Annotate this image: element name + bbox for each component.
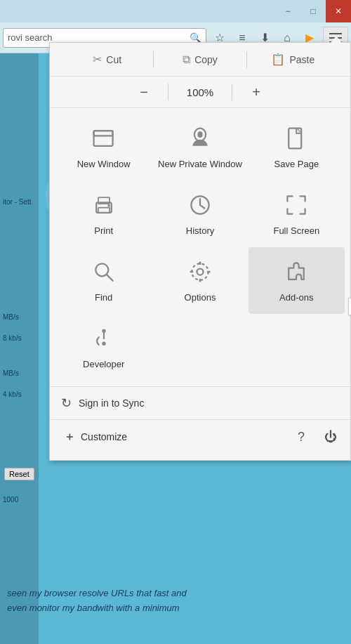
maximize-button[interactable]: □	[300, 0, 326, 22]
zoom-row: − 100% +	[50, 77, 350, 108]
svg-point-12	[107, 204, 110, 207]
options-item[interactable]: Options	[152, 247, 248, 314]
reset-button[interactable]: Reset	[4, 468, 34, 480]
new-private-window-label: New Private Window	[158, 159, 242, 171]
svg-point-22	[102, 341, 105, 345]
svg-point-16	[197, 268, 203, 275]
dropdown-arrow	[331, 36, 342, 43]
developer-icon	[89, 324, 119, 353]
new-window-icon	[89, 124, 119, 153]
print-item[interactable]: Print	[55, 180, 152, 247]
sign-in-label: Sign in to Sync	[79, 397, 144, 409]
customize-button[interactable]: ＋ Customize	[58, 426, 283, 449]
edit-row: ✂ Cut ⧉ Copy 📋 Paste	[50, 43, 350, 77]
menu-grid: New Window New Private Window	[50, 108, 350, 314]
sidebar-label-1: itor - Sett	[3, 198, 32, 206]
dropdown-menu: ✂ Cut ⧉ Copy 📋 Paste − 100% +	[49, 42, 351, 461]
zoom-out-button[interactable]: −	[134, 82, 154, 102]
new-private-window-item[interactable]: New Private Window	[152, 114, 248, 180]
bottom-line-2: even monitor my bandwith with a minimum	[7, 601, 344, 616]
full-screen-item[interactable]: Full Screen	[249, 180, 345, 247]
plus-icon: ＋	[64, 430, 75, 445]
help-button[interactable]: ?	[290, 426, 312, 448]
zoom-separator-2	[232, 84, 232, 100]
new-private-window-icon	[185, 124, 215, 153]
new-window-item[interactable]: New Window	[55, 114, 152, 180]
full-screen-icon	[282, 190, 311, 220]
paste-button[interactable]: 📋 Paste	[247, 50, 339, 69]
add-ons-item[interactable]: Add-ons Manage	[249, 247, 345, 314]
customize-label: Customize	[81, 431, 127, 442]
manage-tooltip: Manage	[348, 298, 351, 315]
svg-rect-20	[190, 270, 194, 272]
help-icon: ?	[298, 430, 305, 445]
svg-point-6	[197, 131, 202, 138]
svg-rect-3	[93, 131, 112, 146]
history-icon	[185, 190, 215, 220]
sign-in-row[interactable]: ↻ Sign in to Sync	[50, 386, 350, 419]
power-icon: ⏻	[324, 430, 337, 445]
new-window-label: New Window	[77, 159, 131, 171]
bottom-line-1: seen my browser resolve URLs that fast a…	[7, 586, 344, 601]
find-icon	[89, 257, 119, 287]
svg-point-24	[102, 329, 105, 332]
full-screen-label: Full Screen	[273, 225, 319, 237]
cut-label: Cut	[106, 54, 121, 65]
title-bar: − □ ✕	[0, 0, 351, 22]
svg-rect-4	[93, 131, 112, 136]
save-page-item[interactable]: Save Page	[249, 114, 345, 180]
add-ons-label: Add-ons	[279, 292, 313, 304]
zoom-separator	[168, 84, 168, 100]
paste-label: Paste	[289, 54, 314, 65]
history-label: History	[186, 225, 214, 237]
page-sidebar: itor - Sett MB/s 8 kb/s MB/s 4 kb/s Rese…	[0, 53, 39, 644]
svg-line-15	[106, 274, 112, 280]
svg-rect-19	[199, 279, 201, 282]
svg-point-17	[192, 263, 208, 280]
sync-icon: ↻	[61, 395, 72, 411]
print-icon	[89, 190, 119, 220]
close-button[interactable]: ✕	[326, 0, 351, 22]
print-label: Print	[94, 225, 113, 237]
developer-label: Developer	[83, 359, 124, 371]
sidebar-label-5: 4 kb/s	[3, 390, 22, 398]
bottom-row: ＋ Customize ? ⏻	[50, 419, 350, 454]
developer-row: Developer	[50, 314, 350, 383]
page-bottom-text: seen my browser resolve URLs that fast a…	[7, 586, 344, 616]
save-page-label: Save Page	[274, 159, 319, 171]
sidebar-label-6: 1000	[3, 496, 18, 504]
svg-rect-0	[329, 33, 342, 34]
copy-icon: ⧉	[183, 53, 190, 66]
zoom-value: 100%	[183, 86, 218, 98]
svg-rect-21	[207, 270, 211, 272]
sidebar-label-2: MB/s	[3, 313, 19, 321]
copy-label: Copy	[194, 54, 218, 65]
power-button[interactable]: ⏻	[319, 426, 342, 448]
cut-button[interactable]: ✂ Cut	[61, 50, 153, 69]
options-label: Options	[185, 292, 216, 304]
cut-icon: ✂	[93, 53, 102, 66]
options-icon	[185, 257, 215, 287]
copy-button[interactable]: ⧉ Copy	[154, 51, 246, 69]
save-page-icon	[282, 124, 311, 153]
find-item[interactable]: Find	[55, 247, 152, 314]
add-ons-icon	[282, 257, 311, 287]
developer-item[interactable]: Developer	[55, 314, 152, 381]
search-input[interactable]	[8, 32, 190, 43]
sidebar-label-3: 8 kb/s	[3, 334, 22, 342]
svg-rect-18	[199, 261, 201, 265]
minimize-button[interactable]: −	[275, 0, 300, 22]
find-label: Find	[95, 292, 112, 304]
sidebar-label-4: MB/s	[3, 369, 19, 377]
zoom-in-button[interactable]: +	[246, 82, 266, 102]
paste-icon: 📋	[271, 53, 285, 66]
history-item[interactable]: History	[152, 180, 248, 247]
